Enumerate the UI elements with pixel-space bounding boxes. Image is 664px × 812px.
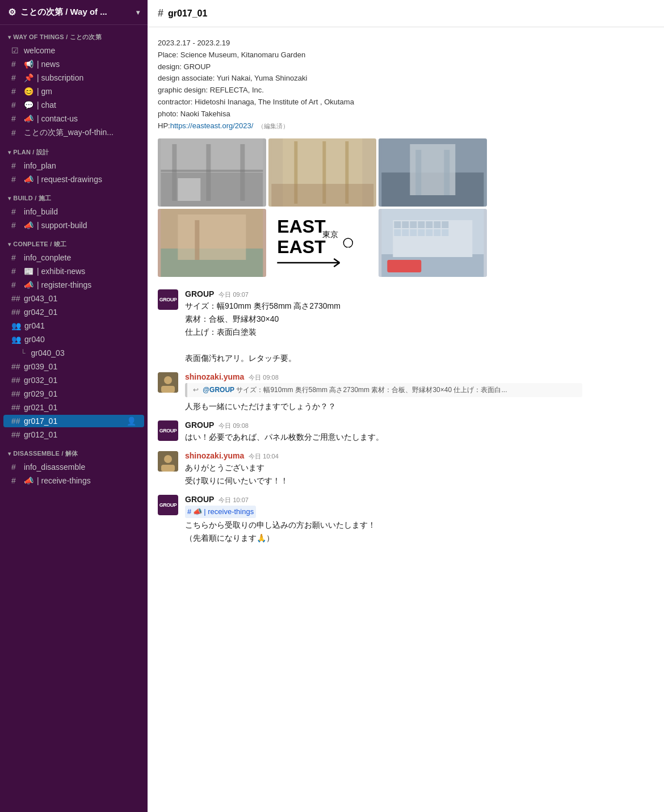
sidebar-item-contact-us[interactable]: # 📣 | contact-us (3, 112, 144, 125)
hash-icon: # (11, 100, 20, 110)
info-photo: photo: Naoki Takehisa (158, 108, 654, 120)
check-icon: ☑ (11, 46, 20, 55)
hash-icon: # (11, 207, 20, 216)
section-disassemble: ▾ DISASSEMBLE / 解体 (0, 441, 148, 460)
svg-rect-6 (178, 178, 200, 201)
msg-text: ありがとうございます 受け取りに伺いたいです！！ (185, 462, 654, 487)
hash-icon: # (187, 506, 191, 518)
info-design-associate: design associate: Yuri Nakai, Yuma Shino… (158, 73, 654, 85)
member-icon: 👤 (127, 416, 136, 426)
svg-rect-39 (410, 221, 417, 228)
msg-time: 今日 10:04 (249, 452, 279, 461)
sidebar-item-exhibit-news[interactable]: # 📰 | exhibit-news (3, 265, 144, 277)
info-graphic-design: graphic design: REFLECTA, Inc. (158, 85, 654, 96)
sidebar-item-support-build[interactable]: # 📣 | support-build (3, 219, 144, 232)
sidebar-item-info-plan[interactable]: # info_plan (3, 159, 144, 172)
sidebar-item-news[interactable]: # 📢 | news (3, 58, 144, 70)
sidebar-item-way-of-things[interactable]: # ことの次第_way-of-thin... (3, 126, 144, 140)
people-icon: 👥 (11, 321, 21, 330)
sidebar-item-subscription[interactable]: # 📌 | subscription (3, 71, 144, 84)
channel-mention[interactable]: # 📣 | receive-things (185, 506, 256, 518)
svg-point-53 (164, 376, 172, 384)
message-group-1007: GROUP GROUP 今日 10:07 # 📣 | receive-thing… (148, 491, 664, 549)
collapse-icon: ▾ (8, 241, 11, 247)
sidebar-item-info-conplete[interactable]: # info_conplete (3, 251, 144, 264)
double-hash-icon: ## (11, 416, 20, 426)
sidebar-item-info-disassemble[interactable]: # info_disassemble (3, 461, 144, 473)
sidebar-item-gr017[interactable]: ## gr017_01 👤 (3, 415, 144, 427)
sidebar-item-receive-things[interactable]: # 📣 | receive-things (3, 474, 144, 487)
workspace-name: ことの次第 / Way of ... (20, 7, 107, 18)
photo-2 (268, 138, 377, 207)
svg-rect-5 (161, 170, 263, 172)
quote-arrow-icon: ↩ (193, 386, 199, 394)
message-group-0908: GROUP GROUP 今日 09:08 はい！必要であれば、パネル枚数分ご用意… (148, 417, 664, 448)
svg-rect-57 (161, 465, 175, 472)
chevron-down-icon: ▾ (136, 9, 140, 16)
newspaper-icon: 📰 (24, 267, 33, 276)
svg-rect-2 (172, 144, 176, 201)
section-way-of-things: ▾ WAY OF THINGS / ことの次第 (0, 25, 148, 44)
svg-rect-48 (426, 229, 433, 236)
sidebar-item-gm[interactable]: # 😊 | gm (3, 85, 144, 98)
svg-rect-49 (434, 229, 441, 236)
info-block: 2023.2.17 - 2023.2.19 Place: Science Mus… (148, 32, 664, 135)
sidebar-item-gr042[interactable]: ## gr042_01 (3, 306, 144, 318)
sidebar-item-gr041[interactable]: 👥 gr041 (3, 319, 144, 332)
loudspeaker-icon: 📣 (24, 114, 33, 123)
workspace-header[interactable]: ⚙ ことの次第 / Way of ... ▾ (0, 0, 148, 25)
sidebar-item-welcome[interactable]: ☑ welcome (3, 44, 144, 57)
section-conplete: ▾ CONPLETE / 竣工 (0, 232, 148, 251)
photo-3 (379, 138, 487, 207)
sidebar-item-chat[interactable]: # 💬 | chat (3, 99, 144, 111)
people-icon: 👥 (11, 335, 21, 344)
sidebar-item-info-build[interactable]: # info_build (3, 205, 144, 218)
avatar-shinozaki (158, 372, 178, 393)
sidebar-item-gr032[interactable]: ## gr032_01 (3, 374, 144, 386)
channel-hash-icon: # (158, 7, 163, 19)
info-design: design: GROUP (158, 61, 654, 73)
image-grid: EAST EAST 東京 (158, 138, 487, 277)
sub-arrow-icon: └ (20, 349, 26, 357)
msg-text: はい！必要であれば、パネル枚数分ご用意いたします。 (185, 431, 654, 443)
sidebar-item-gr012[interactable]: ## gr012_01 (3, 428, 144, 441)
msg-author: GROUP (185, 289, 214, 298)
svg-rect-47 (418, 229, 425, 236)
msg-header: GROUP 今日 09:08 (185, 420, 654, 430)
svg-rect-54 (161, 386, 175, 393)
collapse-icon: ▾ (8, 195, 11, 201)
sidebar-item-gr040-03[interactable]: └ gr040_03 (3, 347, 144, 359)
loudspeaker-icon: 📣 (24, 476, 33, 485)
svg-rect-37 (394, 221, 401, 228)
msg-time: 今日 10:07 (218, 496, 249, 504)
avatar-shinozaki (158, 451, 178, 472)
message-group-0907: GROUP GROUP 今日 09:07 サイズ：幅910mm 奥行58mm 高… (148, 286, 664, 369)
info-place: Place: Science Museum, Kitanomaru Garden (158, 49, 654, 61)
svg-rect-4 (240, 144, 245, 201)
hash-icon: # (11, 221, 20, 230)
msg-text: 人形も一緒にいただけますでしょうか？？ (185, 401, 654, 413)
section-plan: ▾ PLAN / 設計 (0, 140, 148, 159)
svg-rect-38 (402, 221, 409, 228)
svg-rect-20 (178, 214, 246, 260)
photo-east-east: EAST EAST 東京 (268, 209, 377, 277)
svg-text:EAST: EAST (277, 216, 326, 237)
double-hash-icon: ## (11, 403, 20, 412)
sidebar-item-register-things[interactable]: # 📣 | register-things (3, 279, 144, 291)
sidebar-item-gr029[interactable]: ## gr029_01 (3, 388, 144, 400)
channel-title: gr017_01 (168, 9, 207, 19)
msg-header: GROUP 今日 09:07 (185, 289, 654, 299)
loudspeaker-icon: 📣 (24, 280, 33, 289)
msg-author: shinozaki.yuma (185, 372, 244, 381)
svg-rect-40 (418, 221, 425, 228)
sidebar-item-gr021[interactable]: ## gr021_01 (3, 401, 144, 414)
hash-icon: # (11, 253, 20, 262)
sidebar-item-request-drawings[interactable]: # 📣 | request-drawings (3, 173, 144, 186)
main-content: # gr017_01 2023.2.17 - 2023.2.19 Place: … (148, 0, 664, 812)
sidebar-item-gr040[interactable]: 👥 gr040 (3, 333, 144, 346)
sidebar-item-gr039[interactable]: ## gr039_01 (3, 360, 144, 373)
messages-area[interactable]: 2023.2.17 - 2023.2.19 Place: Science Mus… (148, 27, 664, 812)
hp-link[interactable]: https://easteast.org/2023/ (170, 121, 254, 130)
sidebar-item-gr043[interactable]: ## gr043_01 (3, 292, 144, 305)
svg-rect-43 (442, 221, 449, 228)
